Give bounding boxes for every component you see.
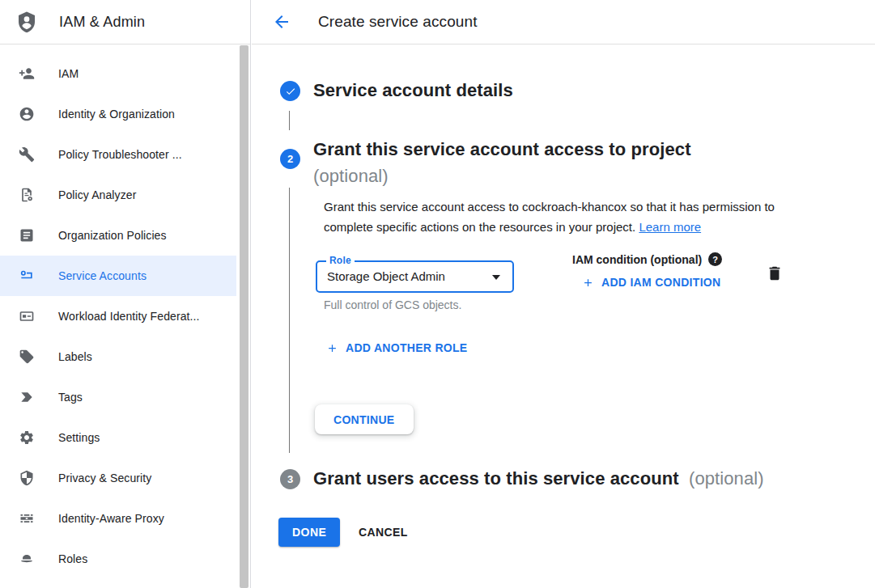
- step3-title: Grant users access to this service accou…: [313, 468, 679, 489]
- step2-optional-label: (optional): [313, 163, 691, 189]
- done-button[interactable]: DONE: [278, 518, 340, 547]
- step2-title: Grant this service account access to pro…: [313, 136, 691, 163]
- sidebar-item-label: IAM: [58, 67, 79, 80]
- step1-title: Service account details: [313, 80, 513, 101]
- back-button[interactable]: [272, 12, 291, 32]
- sidebar-item-policy-analyzer[interactable]: Policy Analyzer: [0, 175, 236, 215]
- dropdown-caret-icon: [492, 275, 500, 280]
- sidebar-item-identity-aware-proxy[interactable]: Identity-Aware Proxy: [0, 498, 236, 539]
- sidebar-item-roles[interactable]: Roles: [0, 539, 236, 579]
- sidebar-item-label: Workload Identity Federat...: [58, 310, 200, 323]
- step3-number-badge: 3: [280, 469, 300, 489]
- sidebar: IAM & Admin IAM Identity & Organization …: [0, 0, 251, 588]
- plus-icon: [582, 277, 594, 289]
- person-add-icon: [19, 66, 35, 82]
- sidebar-item-label: Roles: [58, 552, 87, 565]
- role-select-value: Storage Object Admin: [327, 269, 445, 283]
- sidebar-item-label: Privacy & Security: [58, 472, 151, 484]
- badge-icon: [19, 308, 35, 324]
- article-icon: [19, 227, 35, 243]
- sidebar-item-organization-policies[interactable]: Organization Policies: [0, 215, 236, 256]
- continue-button[interactable]: CONTINUE: [315, 404, 414, 434]
- sidebar-item-tags[interactable]: Tags: [0, 377, 236, 417]
- step-connector: [289, 188, 290, 453]
- add-iam-condition-label: ADD IAM CONDITION: [601, 276, 720, 289]
- plus-icon: [326, 342, 338, 354]
- sidebar-item-label: Labels: [58, 350, 92, 363]
- security-shield-icon: [19, 470, 35, 486]
- step2-number-badge: 2: [280, 149, 300, 169]
- sidebar-item-label: Service Accounts: [58, 269, 147, 282]
- role-select[interactable]: Role Storage Object Admin: [316, 260, 514, 293]
- step2-heading: Grant this service account access to pro…: [313, 136, 691, 189]
- help-icon[interactable]: ?: [708, 252, 722, 266]
- role-select-label: Role: [326, 255, 355, 266]
- add-iam-condition-button[interactable]: ADD IAM CONDITION: [582, 276, 720, 289]
- step3-number: 3: [287, 473, 293, 485]
- sidebar-header: IAM & Admin: [0, 0, 250, 44]
- sidebar-scrollbar-thumb[interactable]: [240, 45, 248, 588]
- step3-heading: Grant users access to this service accou…: [313, 468, 764, 489]
- sidebar-item-label: Organization Policies: [58, 229, 167, 242]
- iam-admin-shield-icon: [15, 10, 39, 34]
- label-tag-icon: [19, 349, 35, 365]
- service-account-icon: [19, 268, 35, 284]
- iam-condition-label-row: IAM condition (optional) ?: [572, 252, 722, 266]
- trash-icon: [766, 264, 784, 282]
- sidebar-item-identity-organization[interactable]: Identity & Organization: [0, 94, 236, 134]
- sidebar-item-label: Identity-Aware Proxy: [58, 512, 164, 525]
- cancel-button[interactable]: CANCEL: [359, 518, 408, 547]
- page-header: Create service account: [252, 0, 875, 44]
- learn-more-link[interactable]: Learn more: [639, 220, 701, 234]
- step2-description-text: Grant this service account access to coc…: [324, 200, 775, 234]
- sidebar-item-policy-troubleshooter[interactable]: Policy Troubleshooter ...: [0, 134, 236, 175]
- sidebar-item-label: Settings: [58, 431, 100, 444]
- sidebar-item-workload-identity-federation[interactable]: Workload Identity Federat...: [0, 296, 236, 336]
- tag-arrow-icon: [19, 389, 35, 405]
- page-title: Create service account: [318, 13, 478, 31]
- iap-icon: [19, 510, 35, 527]
- add-another-role-label: ADD ANOTHER ROLE: [346, 341, 468, 354]
- sidebar-nav: IAM Identity & Organization Policy Troub…: [0, 53, 236, 579]
- sidebar-item-label: Policy Analyzer: [58, 188, 136, 201]
- sidebar-item-privacy-security[interactable]: Privacy & Security: [0, 458, 236, 498]
- iam-condition-label: IAM condition (optional): [572, 253, 702, 266]
- sidebar-item-label: Tags: [58, 391, 83, 404]
- sidebar-item-labels[interactable]: Labels: [0, 336, 236, 377]
- product-title: IAM & Admin: [59, 14, 145, 31]
- step2-description: Grant this service account access to coc…: [324, 197, 793, 237]
- sidebar-item-label: Policy Troubleshooter ...: [58, 148, 182, 161]
- step1-completed-check-icon: [280, 81, 300, 101]
- step3-optional-label: (optional): [689, 468, 764, 489]
- delete-role-button[interactable]: [766, 264, 784, 285]
- sidebar-item-service-accounts[interactable]: Service Accounts: [0, 256, 236, 296]
- sidebar-item-label: Identity & Organization: [58, 108, 175, 121]
- sidebar-item-iam[interactable]: IAM: [0, 53, 236, 94]
- sidebar-item-settings[interactable]: Settings: [0, 417, 236, 458]
- add-another-role-button[interactable]: ADD ANOTHER ROLE: [326, 341, 468, 354]
- step-connector: [289, 111, 290, 130]
- wrench-icon: [19, 146, 35, 163]
- step2-number: 2: [287, 153, 293, 165]
- gear-icon: [19, 429, 35, 446]
- gcp-console-window: IAM & Admin IAM Identity & Organization …: [0, 0, 875, 588]
- role-helper-text: Full control of GCS objects.: [324, 298, 461, 311]
- account-circle-icon: [19, 106, 35, 122]
- roles-hat-icon: [19, 551, 35, 567]
- policy-analyzer-icon: [19, 187, 35, 203]
